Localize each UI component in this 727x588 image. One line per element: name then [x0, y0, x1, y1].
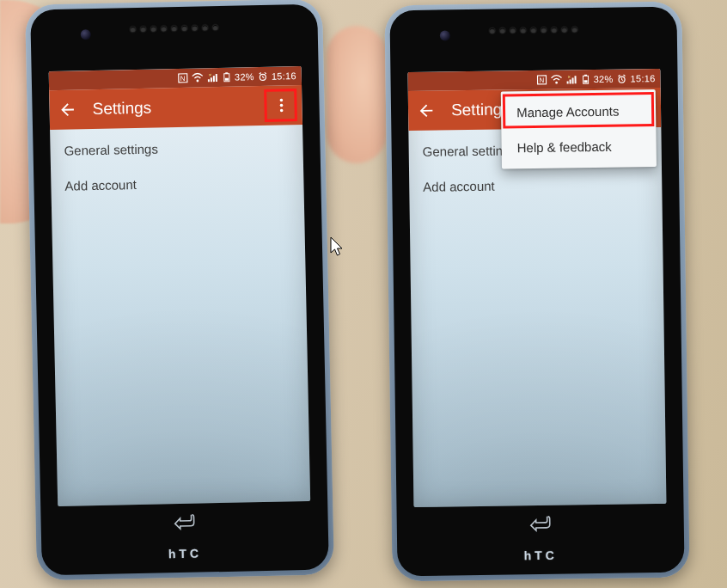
overflow-menu-icon[interactable]	[269, 85, 294, 126]
screen: N × 32% 15:16	[407, 69, 666, 507]
nfc-icon: N	[537, 75, 547, 85]
app-bar: Settings	[49, 85, 302, 130]
list-item-add-account[interactable]: Add account	[409, 166, 663, 205]
alarm-icon	[258, 71, 268, 82]
svg-point-2	[197, 80, 199, 83]
svg-rect-17	[584, 80, 588, 83]
popup-item-manage-accounts[interactable]: Manage Accounts	[501, 93, 657, 131]
svg-point-9	[280, 104, 284, 107]
back-arrow-icon[interactable]	[58, 100, 76, 119]
list-item-general-settings[interactable]: General settings	[50, 128, 303, 168]
battery-icon	[223, 72, 231, 83]
nav-bar	[414, 507, 667, 538]
list-item-add-account[interactable]: Add account	[51, 163, 304, 204]
wifi-icon	[192, 72, 204, 83]
settings-list: General settings Add account	[50, 125, 304, 204]
nav-bar	[58, 505, 311, 537]
battery-icon	[582, 74, 590, 84]
svg-point-13	[555, 82, 558, 84]
overflow-popup: Manage Accounts Help & feedback	[501, 89, 657, 169]
brand-logo: hTC	[397, 547, 684, 565]
earpiece-speaker	[390, 26, 677, 35]
phone-left: N × 32% 15:16	[25, 0, 334, 581]
page-title: Settings	[92, 99, 151, 119]
popup-item-help-feedback[interactable]: Help & feedback	[501, 128, 657, 166]
svg-point-8	[280, 99, 284, 102]
back-arrow-icon[interactable]	[417, 101, 436, 120]
svg-point-10	[280, 109, 284, 113]
brand-logo: hTC	[41, 543, 328, 563]
svg-rect-6	[225, 78, 229, 81]
nav-back-icon[interactable]	[173, 511, 195, 531]
nav-back-icon[interactable]	[529, 513, 552, 532]
svg-rect-5	[225, 72, 228, 74]
earpiece-speaker	[31, 23, 318, 34]
nfc-icon: N	[178, 73, 188, 83]
battery-percent: 32%	[235, 71, 254, 82]
phone-bezel: N × 32% 15:16	[389, 7, 684, 577]
svg-rect-16	[584, 75, 587, 77]
battery-percent: 32%	[594, 74, 614, 84]
svg-text:N: N	[180, 75, 186, 83]
signal-icon: ×	[566, 74, 578, 84]
wifi-icon	[551, 75, 563, 85]
clock-time: 15:16	[272, 70, 296, 82]
alarm-icon	[616, 74, 626, 84]
screen: N × 32% 15:16	[49, 66, 311, 506]
clock-time: 15:16	[630, 73, 655, 83]
svg-text:N: N	[540, 77, 545, 84]
hand-right	[327, 26, 387, 163]
phone-bezel: N × 32% 15:16	[30, 4, 329, 576]
svg-text:×: ×	[568, 74, 571, 79]
svg-text:×: ×	[209, 72, 212, 77]
signal-icon: ×	[207, 72, 219, 83]
phone-right: N × 32% 15:16	[384, 2, 689, 582]
